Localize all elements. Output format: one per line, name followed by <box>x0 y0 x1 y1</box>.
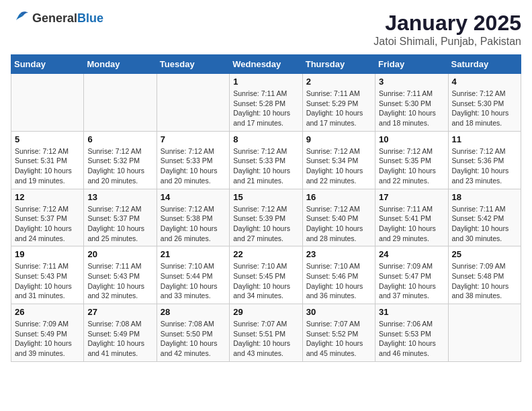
calendar-cell: 7Sunrise: 7:12 AM Sunset: 5:33 PM Daylig… <box>157 131 229 189</box>
day-number: 17 <box>379 192 444 202</box>
day-number: 29 <box>233 307 298 317</box>
day-info: Sunrise: 7:11 AM Sunset: 5:43 PM Dayligh… <box>15 261 80 301</box>
calendar-week-row: 26Sunrise: 7:09 AM Sunset: 5:49 PM Dayli… <box>11 304 521 362</box>
day-info: Sunrise: 7:11 AM Sunset: 5:43 PM Dayligh… <box>87 261 152 301</box>
day-number: 4 <box>452 77 517 87</box>
calendar-cell: 19Sunrise: 7:11 AM Sunset: 5:43 PM Dayli… <box>11 246 84 304</box>
day-info: Sunrise: 7:12 AM Sunset: 5:33 PM Dayligh… <box>233 146 298 186</box>
day-number: 26 <box>15 307 80 317</box>
day-info: Sunrise: 7:12 AM Sunset: 5:35 PM Dayligh… <box>379 146 444 186</box>
weekday-header-saturday: Saturday <box>448 55 521 74</box>
day-info: Sunrise: 7:11 AM Sunset: 5:41 PM Dayligh… <box>379 204 444 244</box>
day-info: Sunrise: 7:08 AM Sunset: 5:49 PM Dayligh… <box>87 319 152 359</box>
calendar-cell: 2Sunrise: 7:11 AM Sunset: 5:29 PM Daylig… <box>302 74 375 132</box>
day-info: Sunrise: 7:10 AM Sunset: 5:44 PM Dayligh… <box>161 261 226 301</box>
weekday-header-thursday: Thursday <box>302 55 375 74</box>
calendar-cell: 15Sunrise: 7:12 AM Sunset: 5:39 PM Dayli… <box>230 189 302 246</box>
calendar-cell: 14Sunrise: 7:12 AM Sunset: 5:38 PM Dayli… <box>157 189 229 246</box>
calendar-cell: 28Sunrise: 7:08 AM Sunset: 5:50 PM Dayli… <box>157 304 229 362</box>
calendar-cell: 27Sunrise: 7:08 AM Sunset: 5:49 PM Dayli… <box>84 304 157 362</box>
day-number: 28 <box>161 307 226 317</box>
calendar-cell: 24Sunrise: 7:09 AM Sunset: 5:47 PM Dayli… <box>375 246 448 304</box>
day-number: 15 <box>233 192 298 202</box>
weekday-header-sunday: Sunday <box>11 55 84 74</box>
calendar-cell: 25Sunrise: 7:09 AM Sunset: 5:48 PM Dayli… <box>448 246 521 304</box>
day-number: 30 <box>306 307 371 317</box>
calendar-cell <box>11 74 84 132</box>
day-number: 22 <box>233 249 298 259</box>
calendar-cell: 17Sunrise: 7:11 AM Sunset: 5:41 PM Dayli… <box>375 189 448 246</box>
day-info: Sunrise: 7:12 AM Sunset: 5:33 PM Dayligh… <box>161 146 226 186</box>
day-info: Sunrise: 7:09 AM Sunset: 5:48 PM Dayligh… <box>452 261 517 301</box>
day-number: 24 <box>379 249 444 259</box>
day-info: Sunrise: 7:12 AM Sunset: 5:36 PM Dayligh… <box>452 146 517 186</box>
day-number: 2 <box>306 77 371 87</box>
day-number: 11 <box>452 134 517 144</box>
day-number: 8 <box>233 134 298 144</box>
day-info: Sunrise: 7:12 AM Sunset: 5:37 PM Dayligh… <box>15 204 80 244</box>
calendar-cell: 4Sunrise: 7:12 AM Sunset: 5:30 PM Daylig… <box>448 74 521 132</box>
day-number: 14 <box>161 192 226 202</box>
title-block: January 2025 Jatoi Shimali, Punjab, Paki… <box>373 11 521 48</box>
day-info: Sunrise: 7:12 AM Sunset: 5:40 PM Dayligh… <box>306 204 371 244</box>
day-number: 21 <box>161 249 226 259</box>
day-number: 18 <box>452 192 517 202</box>
calendar-table: SundayMondayTuesdayWednesdayThursdayFrid… <box>11 54 521 362</box>
logo-icon <box>11 11 30 26</box>
calendar-cell: 8Sunrise: 7:12 AM Sunset: 5:33 PM Daylig… <box>230 131 302 189</box>
calendar-cell: 10Sunrise: 7:12 AM Sunset: 5:35 PM Dayli… <box>375 131 448 189</box>
weekday-header-tuesday: Tuesday <box>157 55 229 74</box>
day-info: Sunrise: 7:11 AM Sunset: 5:29 PM Dayligh… <box>306 89 371 128</box>
day-info: Sunrise: 7:07 AM Sunset: 5:52 PM Dayligh… <box>306 319 371 359</box>
calendar-cell: 21Sunrise: 7:10 AM Sunset: 5:44 PM Dayli… <box>157 246 229 304</box>
calendar-week-row: 12Sunrise: 7:12 AM Sunset: 5:37 PM Dayli… <box>11 189 521 246</box>
calendar-cell: 11Sunrise: 7:12 AM Sunset: 5:36 PM Dayli… <box>448 131 521 189</box>
logo-blue: Blue <box>77 11 103 25</box>
calendar-cell: 23Sunrise: 7:10 AM Sunset: 5:46 PM Dayli… <box>302 246 375 304</box>
calendar-cell: 3Sunrise: 7:11 AM Sunset: 5:30 PM Daylig… <box>375 74 448 132</box>
day-info: Sunrise: 7:12 AM Sunset: 5:39 PM Dayligh… <box>233 204 298 244</box>
day-info: Sunrise: 7:12 AM Sunset: 5:34 PM Dayligh… <box>306 146 371 186</box>
day-number: 6 <box>87 134 152 144</box>
day-number: 1 <box>233 77 298 87</box>
calendar-cell: 16Sunrise: 7:12 AM Sunset: 5:40 PM Dayli… <box>302 189 375 246</box>
calendar-title: January 2025 <box>373 11 521 36</box>
day-number: 10 <box>379 134 444 144</box>
calendar-cell: 13Sunrise: 7:12 AM Sunset: 5:37 PM Dayli… <box>84 189 157 246</box>
day-number: 19 <box>15 249 80 259</box>
calendar-cell: 1Sunrise: 7:11 AM Sunset: 5:28 PM Daylig… <box>230 74 302 132</box>
calendar-cell <box>157 74 229 132</box>
logo-general: General <box>32 11 77 25</box>
day-info: Sunrise: 7:12 AM Sunset: 5:37 PM Dayligh… <box>87 204 152 244</box>
logo: GeneralBlue <box>11 11 103 26</box>
calendar-cell: 31Sunrise: 7:06 AM Sunset: 5:53 PM Dayli… <box>375 304 448 362</box>
day-info: Sunrise: 7:12 AM Sunset: 5:31 PM Dayligh… <box>15 146 80 186</box>
day-info: Sunrise: 7:10 AM Sunset: 5:46 PM Dayligh… <box>306 261 371 301</box>
day-number: 31 <box>379 307 444 317</box>
day-number: 9 <box>306 134 371 144</box>
weekday-header-wednesday: Wednesday <box>230 55 302 74</box>
calendar-cell: 6Sunrise: 7:12 AM Sunset: 5:32 PM Daylig… <box>84 131 157 189</box>
calendar-cell: 9Sunrise: 7:12 AM Sunset: 5:34 PM Daylig… <box>302 131 375 189</box>
day-number: 13 <box>87 192 152 202</box>
day-number: 27 <box>87 307 152 317</box>
day-info: Sunrise: 7:06 AM Sunset: 5:53 PM Dayligh… <box>379 319 444 359</box>
day-info: Sunrise: 7:11 AM Sunset: 5:28 PM Dayligh… <box>233 89 298 128</box>
day-info: Sunrise: 7:09 AM Sunset: 5:47 PM Dayligh… <box>379 261 444 301</box>
day-number: 25 <box>452 249 517 259</box>
calendar-cell: 29Sunrise: 7:07 AM Sunset: 5:51 PM Dayli… <box>230 304 302 362</box>
calendar-cell: 22Sunrise: 7:10 AM Sunset: 5:45 PM Dayli… <box>230 246 302 304</box>
calendar-week-row: 19Sunrise: 7:11 AM Sunset: 5:43 PM Dayli… <box>11 246 521 304</box>
day-info: Sunrise: 7:11 AM Sunset: 5:42 PM Dayligh… <box>452 204 517 244</box>
day-info: Sunrise: 7:12 AM Sunset: 5:30 PM Dayligh… <box>452 89 517 128</box>
day-info: Sunrise: 7:11 AM Sunset: 5:30 PM Dayligh… <box>379 89 444 128</box>
calendar-week-row: 5Sunrise: 7:12 AM Sunset: 5:31 PM Daylig… <box>11 131 521 189</box>
weekday-row: SundayMondayTuesdayWednesdayThursdayFrid… <box>11 55 521 74</box>
calendar-cell: 30Sunrise: 7:07 AM Sunset: 5:52 PM Dayli… <box>302 304 375 362</box>
page-header: GeneralBlue January 2025 Jatoi Shimali, … <box>11 11 521 48</box>
day-number: 3 <box>379 77 444 87</box>
calendar-cell: 18Sunrise: 7:11 AM Sunset: 5:42 PM Dayli… <box>448 189 521 246</box>
day-number: 23 <box>306 249 371 259</box>
day-number: 16 <box>306 192 371 202</box>
calendar-cell: 5Sunrise: 7:12 AM Sunset: 5:31 PM Daylig… <box>11 131 84 189</box>
